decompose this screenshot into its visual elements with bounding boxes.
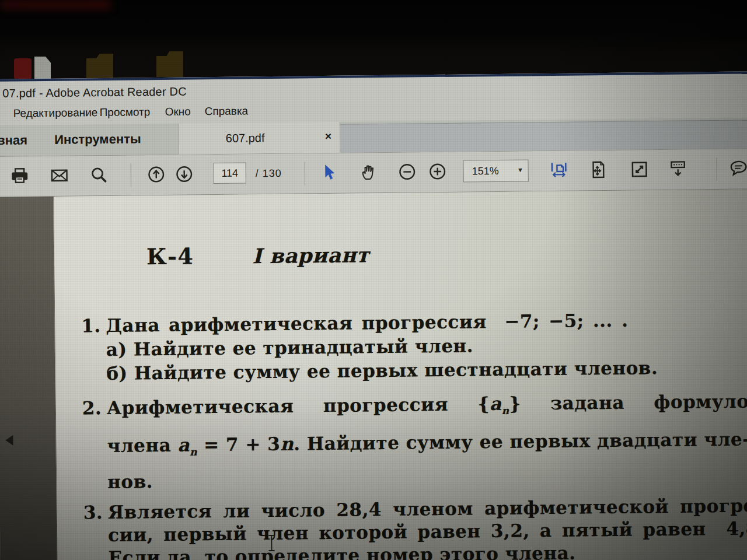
printer-icon[interactable] [11, 166, 29, 185]
problem-text: члена an = 7 + 3n. Найдите сумму ее перв… [107, 429, 747, 457]
desktop-folder-icon[interactable] [86, 54, 113, 79]
problem-text: Дана арифметическая прогрессия −7; −5; .… [106, 310, 628, 336]
page-up-icon[interactable] [147, 165, 166, 184]
menu-edit[interactable]: Редактирование [13, 106, 98, 120]
menu-view[interactable]: Просмотр [99, 106, 150, 119]
fit-width-icon[interactable] [550, 161, 568, 180]
read-mode-icon[interactable] [669, 160, 687, 178]
close-tab-icon[interactable]: × [325, 130, 331, 143]
problem-text: а) Найдите ее тринадцатый член. [106, 335, 474, 360]
variant-title: I вариант [252, 243, 369, 268]
comment-icon[interactable] [729, 159, 747, 177]
search-icon[interactable] [90, 166, 109, 184]
tab-document-label: 607.pdf [179, 131, 312, 145]
zoom-level-value: 151% [472, 165, 499, 177]
problem-1: 1.Дана арифметическая прогрессия −7; −5;… [81, 307, 747, 386]
chevron-down-icon: ▾ [518, 166, 522, 174]
hand-tool-icon[interactable] [359, 163, 378, 181]
toolbar-separator [305, 162, 305, 185]
tab-document[interactable]: 607.pdf × [178, 122, 341, 155]
acrobat-window: 07.pdf - Adobe Acrobat Reader DC Редакти… [0, 71, 747, 560]
page-number-input[interactable] [214, 162, 246, 184]
page-down-icon[interactable] [175, 164, 194, 183]
toolbar-separator [131, 164, 131, 187]
email-icon[interactable] [50, 166, 69, 185]
zoom-level-dropdown[interactable]: 151% ▾ [463, 159, 528, 182]
zoom-in-icon[interactable] [428, 162, 447, 181]
monitor-photo: 07.pdf - Adobe Acrobat Reader DC Редакти… [0, 0, 747, 560]
fit-page-icon[interactable] [589, 160, 608, 179]
window-title: 07.pdf - Adobe Acrobat Reader DC [2, 85, 187, 100]
desktop-folder-icon[interactable] [156, 51, 183, 77]
problem-text: нов. [107, 471, 153, 493]
viewer-canvas [0, 197, 58, 560]
fullscreen-icon[interactable] [630, 160, 649, 178]
menu-window[interactable]: Окно [165, 105, 190, 118]
desktop-app-red-icon[interactable] [14, 58, 32, 79]
worksheet-heading: К-4I вариант [80, 210, 747, 299]
problem-number: 2. [82, 393, 107, 424]
problem-2: 2.Арифметическая прогрессия {an} задана … [82, 386, 747, 496]
desktop-document-icon[interactable] [34, 57, 51, 80]
problem-text: Арифметическая прогрессия {an} задана фо… [107, 390, 747, 418]
toolbar-separator [716, 158, 717, 181]
tab-tools[interactable]: Инструменты [54, 131, 141, 148]
tab-home[interactable]: вная [0, 132, 27, 148]
page-count-label: / 130 [256, 167, 282, 180]
worksheet-code: К-4 [146, 243, 194, 270]
prev-page-icon[interactable] [5, 435, 13, 446]
pdf-page: К-4I вариант 1.Дана арифметическая прогр… [54, 189, 747, 560]
document-area: К-4I вариант 1.Дана арифметическая прогр… [0, 189, 747, 560]
text-cursor [271, 535, 272, 551]
select-tool-icon[interactable] [320, 163, 338, 182]
menu-help[interactable]: Справка [204, 104, 248, 118]
problem-number: 3. [83, 501, 108, 524]
tab-strip [339, 120, 747, 153]
problem-number: 1. [81, 314, 106, 338]
zoom-out-icon[interactable] [398, 162, 417, 181]
problem-text: б) Найдите сумму ее первых шестнадцати ч… [106, 357, 658, 384]
photo-glare [0, 0, 111, 9]
problem-3: 3.Является ли число 28,4 членом арифмети… [83, 495, 747, 560]
